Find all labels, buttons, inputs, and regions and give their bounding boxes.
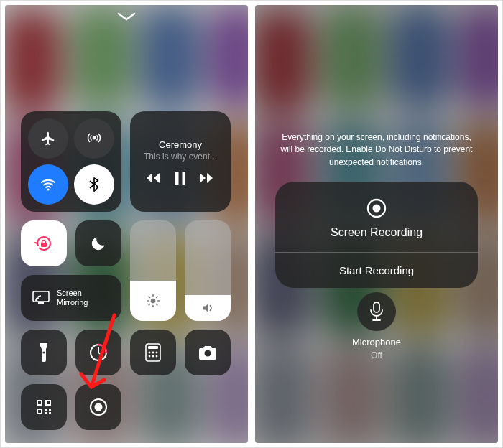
antenna-icon bbox=[86, 130, 103, 147]
screen-mirroring-icon bbox=[32, 291, 50, 305]
screen-recording-sheet: Screen Recording Start Recording bbox=[275, 182, 478, 288]
svg-point-8 bbox=[36, 299, 37, 301]
svg-rect-29 bbox=[38, 410, 41, 413]
brightness-icon bbox=[146, 294, 160, 308]
recording-disclaimer: Everything on your screen, including not… bbox=[277, 131, 476, 169]
wifi-toggle[interactable] bbox=[28, 164, 68, 205]
airplane-mode-toggle[interactable] bbox=[28, 118, 68, 159]
do-not-disturb-toggle[interactable] bbox=[75, 220, 121, 266]
screen-recording-sheet-screen: Everything on your screen, including not… bbox=[255, 5, 498, 443]
chevron-down-icon[interactable] bbox=[117, 12, 136, 22]
svg-point-13 bbox=[149, 352, 151, 354]
control-center-screen: Ceremony This is why event... bbox=[5, 5, 248, 443]
screen-recording-button[interactable] bbox=[75, 384, 121, 430]
svg-point-15 bbox=[156, 352, 158, 354]
svg-rect-27 bbox=[38, 401, 41, 404]
svg-rect-4 bbox=[41, 243, 47, 247]
record-icon bbox=[89, 398, 108, 416]
volume-icon bbox=[200, 301, 215, 315]
flashlight-button[interactable] bbox=[21, 330, 67, 375]
flashlight-icon bbox=[39, 343, 49, 362]
svg-rect-7 bbox=[38, 302, 44, 304]
svg-point-1 bbox=[47, 188, 49, 190]
svg-point-14 bbox=[152, 352, 154, 354]
svg-rect-3 bbox=[183, 172, 186, 185]
svg-rect-26 bbox=[49, 412, 51, 414]
svg-rect-23 bbox=[45, 409, 47, 411]
airplane-icon bbox=[40, 131, 56, 146]
timer-button[interactable] bbox=[75, 330, 121, 375]
svg-rect-24 bbox=[49, 409, 51, 411]
orientation-lock-icon bbox=[33, 233, 55, 254]
qr-code-icon bbox=[35, 398, 52, 416]
orientation-lock-toggle[interactable] bbox=[21, 220, 67, 266]
moon-icon bbox=[90, 235, 107, 252]
screen-mirroring-button[interactable]: Screen Mirroring bbox=[21, 275, 121, 321]
svg-rect-25 bbox=[45, 412, 47, 414]
svg-point-16 bbox=[149, 355, 151, 358]
svg-rect-34 bbox=[374, 302, 379, 312]
now-playing-tile[interactable]: Ceremony This is why event... bbox=[130, 111, 231, 212]
calculator-button[interactable] bbox=[130, 330, 176, 375]
microphone-label: Microphone bbox=[352, 337, 401, 347]
fast-forward-button[interactable] bbox=[200, 172, 214, 184]
svg-point-33 bbox=[373, 205, 381, 213]
microphone-icon bbox=[369, 302, 384, 322]
start-recording-button[interactable]: Start Recording bbox=[275, 253, 478, 288]
svg-rect-12 bbox=[148, 346, 158, 349]
wifi-icon bbox=[40, 176, 57, 193]
microphone-state: Off bbox=[371, 350, 382, 360]
svg-point-5 bbox=[151, 299, 156, 304]
microphone-toggle[interactable] bbox=[357, 292, 396, 331]
svg-point-31 bbox=[95, 403, 103, 411]
svg-rect-6 bbox=[33, 291, 49, 302]
svg-point-18 bbox=[156, 355, 158, 358]
timer-icon bbox=[89, 343, 108, 362]
sheet-title: Screen Recording bbox=[331, 226, 423, 239]
bluetooth-toggle[interactable] bbox=[74, 164, 114, 205]
screen-mirroring-label: Screen Mirroring bbox=[57, 289, 88, 307]
svg-point-9 bbox=[42, 351, 45, 353]
media-title: Ceremony bbox=[159, 139, 202, 150]
pause-button[interactable] bbox=[175, 172, 185, 185]
svg-point-0 bbox=[93, 136, 95, 139]
rewind-button[interactable] bbox=[147, 172, 161, 184]
bluetooth-icon bbox=[86, 177, 102, 192]
svg-rect-28 bbox=[47, 401, 50, 404]
record-icon bbox=[366, 197, 387, 219]
calculator-icon bbox=[145, 343, 161, 362]
svg-point-19 bbox=[205, 350, 211, 357]
camera-icon bbox=[198, 345, 217, 360]
cellular-data-toggle[interactable] bbox=[74, 118, 114, 159]
svg-rect-2 bbox=[175, 172, 179, 185]
svg-point-17 bbox=[152, 355, 154, 358]
volume-slider[interactable] bbox=[185, 220, 231, 321]
media-subtitle: This is why event... bbox=[144, 151, 217, 162]
qr-scanner-button[interactable] bbox=[21, 384, 67, 430]
camera-button[interactable] bbox=[185, 330, 231, 375]
brightness-slider[interactable] bbox=[130, 220, 176, 321]
connectivity-tile[interactable] bbox=[21, 111, 121, 212]
